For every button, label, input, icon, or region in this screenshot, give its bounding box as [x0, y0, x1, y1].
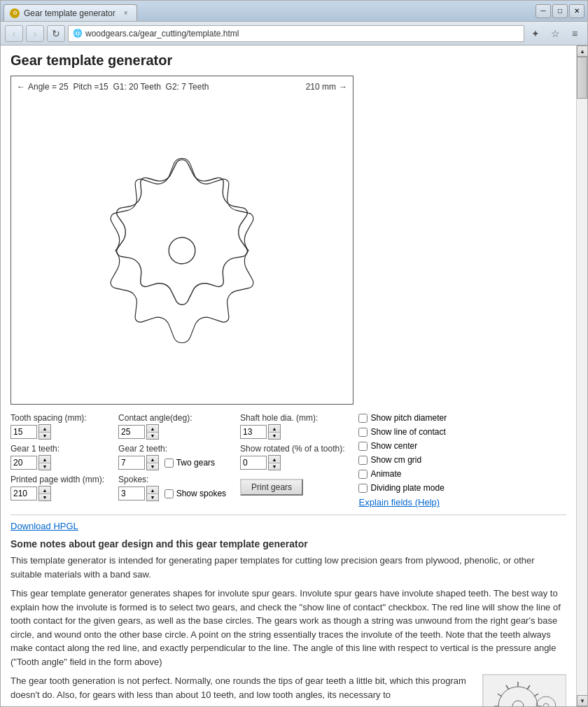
show-rotated-down[interactable]: ▼ — [269, 463, 280, 470]
two-gears-checkbox[interactable] — [164, 458, 174, 468]
left-arrow-icon: ← — [17, 82, 25, 92]
show-cm-checkbox[interactable] — [358, 456, 368, 465]
show-rotated-label: Show rotated (% of a tooth): — [240, 444, 344, 454]
divider-1 — [10, 514, 566, 515]
shaft-hole-input-row: ▲ ▼ — [240, 424, 344, 440]
tab-close-button[interactable]: × — [121, 8, 131, 18]
gear1-teeth-down[interactable]: ▼ — [39, 463, 50, 470]
shaft-hole-spinner: ▲ ▼ — [268, 424, 281, 440]
tooth-spacing-up[interactable]: ▲ — [39, 425, 50, 432]
minimize-button[interactable]: ─ — [536, 4, 551, 18]
page-width-group: Printed page width (mm): ▲ ▼ — [10, 475, 104, 501]
tab-title: Gear template generator — [24, 8, 115, 18]
gear1-teeth-input-row: ▲ ▼ — [10, 455, 104, 470]
animate-checkbox[interactable] — [358, 470, 368, 479]
shaft-hole-input[interactable] — [240, 425, 267, 439]
show-spokes-label: Show spokes — [176, 489, 226, 498]
canvas-width: 210 mm — [306, 82, 336, 92]
spokes-group: Spokes: ▲ ▼ Show spokes — [118, 475, 226, 501]
tooth-spacing-label: Tooth spacing (mm): — [10, 413, 104, 423]
browser-window: ⚙ Gear template generator × ─ □ ✕ ‹ › ↻ … — [0, 0, 588, 707]
spokes-down[interactable]: ▼ — [147, 493, 158, 500]
dividing-plate-row: Dividing plate mode — [358, 483, 456, 493]
dividing-plate-checkbox[interactable] — [358, 484, 368, 493]
address-text: woodgears.ca/gear_cutting/template.html — [85, 29, 519, 38]
page-content: Gear template generator ← Angle = 25 Pit… — [1, 46, 576, 706]
contact-angle-group: Contact angle(deg): ▲ ▼ — [118, 413, 226, 440]
spokes-input-row: ▲ ▼ Show spokes — [118, 486, 226, 501]
download-hpgl-link[interactable]: Download HPGL — [10, 521, 78, 531]
show-rotated-spinner: ▲ ▼ — [268, 455, 281, 470]
tooth-spacing-spinner: ▲ ▼ — [38, 424, 51, 440]
back-button[interactable]: ‹ — [5, 25, 23, 42]
notes-section: Some notes about gear design and this ge… — [10, 538, 566, 706]
refresh-button[interactable]: ↻ — [47, 25, 65, 42]
bookmark-icon[interactable]: ☆ — [547, 25, 564, 42]
gear2-teeth-input[interactable] — [118, 456, 145, 470]
print-gears-button[interactable]: Print gears — [240, 479, 303, 496]
animate-label: Animate — [370, 469, 401, 479]
show-spokes-row: Show spokes — [164, 489, 226, 498]
explain-fields-link[interactable]: Explain fields (Help) — [358, 497, 456, 507]
ctrl-col-3: Shaft hole dia. (mm): ▲ ▼ Show rotated (… — [240, 413, 344, 496]
tab-favicon-icon: ⚙ — [10, 8, 20, 18]
search-icon[interactable]: ✦ — [527, 25, 544, 42]
shaft-hole-label: Shaft hole dia. (mm): — [240, 413, 344, 423]
ctrl-col-4: Show pitch diameter Show line of contact… — [358, 413, 456, 507]
page-width-down[interactable]: ▼ — [39, 493, 50, 500]
menu-icon[interactable]: ≡ — [566, 25, 583, 42]
show-center-checkbox[interactable] — [358, 442, 368, 451]
gear2-teeth-up[interactable]: ▲ — [147, 456, 158, 463]
center-hole — [169, 237, 195, 264]
page-title: Gear template generator — [10, 52, 566, 69]
browser-tab[interactable]: ⚙ Gear template generator × — [4, 4, 137, 21]
scroll-thumb[interactable] — [577, 57, 587, 99]
canvas-g1: G1: 20 Teeth — [113, 82, 161, 92]
page-width-label: Printed page width (mm): — [10, 475, 104, 484]
nav-right-buttons: ✦ ☆ ≡ — [527, 25, 583, 42]
gear2-teeth-input-row: ▲ ▼ Two gears — [118, 455, 226, 470]
show-rotated-up[interactable]: ▲ — [269, 456, 280, 463]
two-gears-label: Two gears — [176, 458, 215, 468]
show-line-checkbox[interactable] — [358, 428, 368, 437]
maximize-button[interactable]: □ — [552, 4, 568, 18]
show-spokes-checkbox[interactable] — [164, 489, 174, 498]
show-rotated-input[interactable] — [240, 456, 267, 470]
shaft-hole-up[interactable]: ▲ — [269, 425, 280, 432]
show-pitch-checkbox[interactable] — [358, 414, 368, 423]
gear2-teeth-down[interactable]: ▼ — [147, 463, 158, 470]
page-width-input[interactable] — [10, 486, 37, 500]
gear1-teeth-up[interactable]: ▲ — [39, 456, 50, 463]
animate-row: Animate — [358, 469, 456, 479]
address-bar[interactable]: 🌐 woodgears.ca/gear_cutting/template.htm… — [68, 25, 524, 42]
gear2-teeth-label: Gear 2 teeth: — [118, 444, 226, 454]
scroll-up-button[interactable]: ▲ — [577, 46, 587, 57]
window-controls: ─ □ ✕ — [536, 4, 584, 18]
spokes-up[interactable]: ▲ — [147, 486, 158, 493]
tooth-spacing-down[interactable]: ▼ — [39, 432, 50, 439]
scroll-track[interactable] — [577, 57, 587, 695]
scroll-down-button[interactable]: ▼ — [577, 695, 587, 706]
contact-angle-down[interactable]: ▼ — [147, 432, 158, 439]
contact-angle-label: Contact angle(deg): — [118, 413, 226, 423]
notes-para-1: This template generator is intended for … — [10, 554, 566, 581]
gear1-teeth-input[interactable] — [10, 456, 37, 470]
forward-button[interactable]: › — [26, 25, 44, 42]
browser-content-area: Gear template generator ← Angle = 25 Pit… — [1, 46, 587, 706]
shaft-hole-group: Shaft hole dia. (mm): ▲ ▼ — [240, 413, 344, 440]
page-width-up[interactable]: ▲ — [39, 486, 50, 493]
ctrl-col-2: Contact angle(deg): ▲ ▼ Gear 2 teeth: — [118, 413, 226, 501]
show-line-row: Show line of contact — [358, 427, 456, 437]
nav-bar: ‹ › ↻ 🌐 woodgears.ca/gear_cutting/templa… — [1, 22, 587, 46]
shaft-hole-down[interactable]: ▼ — [269, 432, 280, 439]
right-label: 210 mm → — [306, 82, 347, 92]
tooth-spacing-input[interactable] — [10, 425, 37, 439]
contact-angle-input[interactable] — [118, 425, 145, 439]
gear1-teeth-spinner: ▲ ▼ — [38, 455, 51, 470]
close-button[interactable]: ✕ — [569, 4, 584, 18]
show-rotated-group: Show rotated (% of a tooth): ▲ ▼ — [240, 444, 344, 470]
gear1-teeth-group: Gear 1 teeth: ▲ ▼ — [10, 444, 104, 470]
gear2-teeth-group: Gear 2 teeth: ▲ ▼ Two gears — [118, 444, 226, 470]
spokes-input[interactable] — [118, 486, 145, 500]
contact-angle-up[interactable]: ▲ — [147, 425, 158, 432]
